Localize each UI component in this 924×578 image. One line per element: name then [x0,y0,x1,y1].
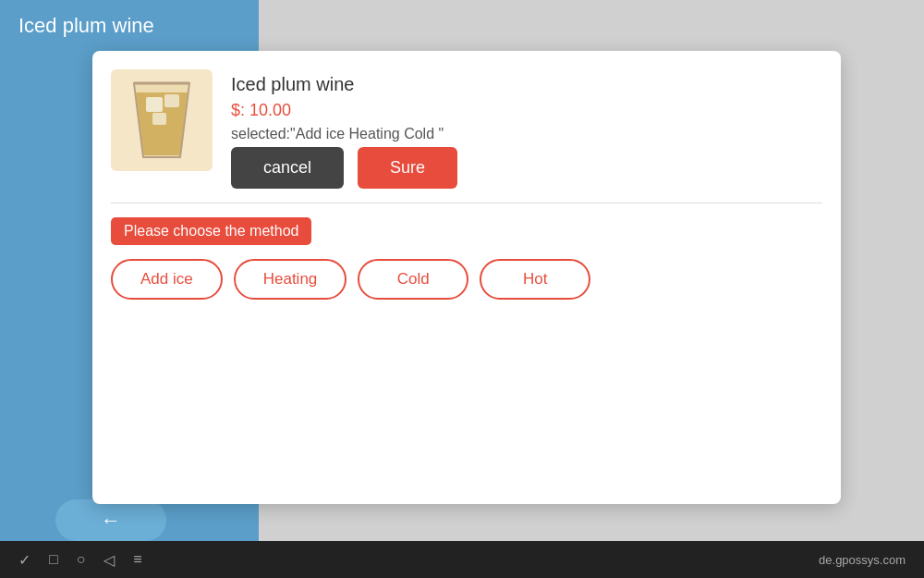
method-header: Please choose the method [111,217,311,245]
bottom-back-icon: ← [101,509,121,533]
option-btn-cold[interactable]: Cold [358,259,468,300]
back-nav-icon[interactable]: ◁ [103,551,115,569]
watermark: de.gpossys.com [819,553,906,567]
dialog-card: Iced plum wine $: 10.00 selected:"Add ic… [92,51,841,504]
title-bar: Iced plum wine [0,0,259,51]
svg-rect-3 [164,94,179,107]
options-row: Add iceHeatingColdHot [111,259,822,300]
sure-button[interactable]: Sure [358,147,457,189]
product-price: $: 10.00 [231,101,822,120]
option-btn-add-ice[interactable]: Add ice [111,259,223,300]
divider [111,203,822,203]
page-title: Iced plum wine [18,14,154,38]
svg-rect-4 [152,113,166,125]
menu-icon: ≡ [133,551,141,568]
price-label: $: [231,101,245,119]
product-selected-text: selected:"Add ice Heating Cold " [231,126,822,142]
system-bar-icons: ✓ □ ○ ◁ ≡ [18,551,142,569]
price-value: 10.00 [249,101,291,119]
product-info: Iced plum wine $: 10.00 selected:"Add ic… [231,69,822,189]
product-name: Iced plum wine [231,74,822,95]
circle-icon: ○ [77,551,86,568]
product-image-svg [120,74,203,166]
dialog-buttons: cancel Sure [231,147,822,189]
check-icon: ✓ [18,551,30,569]
svg-rect-2 [146,97,163,112]
product-row: Iced plum wine $: 10.00 selected:"Add ic… [111,69,822,189]
system-bar: ✓ □ ○ ◁ ≡ de.gpossys.com [0,541,924,578]
square-icon: □ [49,551,58,568]
cancel-button[interactable]: cancel [231,147,344,189]
option-btn-heating[interactable]: Heating [234,259,347,300]
product-image [111,69,213,171]
method-section: Please choose the method Add iceHeatingC… [111,217,822,300]
bottom-back-button[interactable]: ← [55,499,166,541]
option-btn-hot[interactable]: Hot [480,259,590,300]
